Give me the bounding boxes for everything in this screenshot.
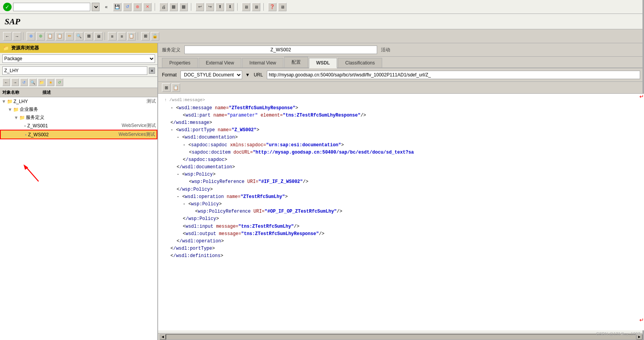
sap-logo: SAP bbox=[5, 17, 20, 27]
tree-item-zws002[interactable]: ▶ • Z_WS002 WebServices测试 bbox=[0, 130, 157, 139]
tree-label-zws001: Z_WS001 bbox=[27, 123, 122, 129]
tree-label-enterprise: 企业服务 bbox=[19, 106, 156, 113]
search-input[interactable] bbox=[2, 66, 147, 75]
tree-back-button[interactable]: ← bbox=[2, 78, 10, 86]
nav-forward-button[interactable]: → bbox=[13, 32, 21, 41]
system-button[interactable]: 🖥 bbox=[278, 3, 287, 11]
tree-item-servicedef[interactable]: ▼ 📁 服务定义 bbox=[0, 113, 157, 122]
xml-line-4: - <wsdl:portType name="Z_WS002"> bbox=[164, 127, 638, 134]
scroll-left-button[interactable]: ◄ bbox=[160, 334, 166, 340]
copy-url-button[interactable]: 📋 bbox=[172, 83, 180, 92]
action7-button[interactable]: ⊠ bbox=[84, 32, 93, 41]
library-icon: 📁 bbox=[3, 46, 9, 51]
tree-item-enterprise[interactable]: ▼ 📁 企业服务 bbox=[0, 105, 157, 113]
top-search-input[interactable] bbox=[13, 3, 90, 11]
tab-external-view[interactable]: External View bbox=[199, 58, 241, 68]
tree-search-button[interactable]: 🔍 bbox=[29, 78, 37, 86]
xml-line-2: <wsdl:part name="parameter" element="tns… bbox=[164, 112, 638, 119]
package-select[interactable]: Package bbox=[2, 54, 155, 63]
horizontal-scrollbar[interactable] bbox=[166, 334, 636, 340]
print-button[interactable]: 🖨 bbox=[159, 3, 168, 11]
refresh-button[interactable]: ↺ bbox=[123, 3, 131, 11]
action6-button[interactable]: 🔍 bbox=[75, 32, 83, 41]
back-button[interactable]: ↩ bbox=[196, 3, 204, 11]
content-toolbar: ⊞ 📋 bbox=[158, 82, 644, 94]
format-label: Format bbox=[162, 72, 177, 78]
save-button[interactable]: 💾 bbox=[113, 3, 121, 11]
xml-line-19: </wsdl:operation> bbox=[164, 238, 638, 245]
tab-config[interactable]: 配置 bbox=[284, 57, 308, 68]
service-status-label: 活动 bbox=[381, 47, 390, 53]
right-panel: 服务定义 活动 Properties External View Interna… bbox=[158, 43, 644, 340]
tree-label-zws002: Z_WS002 bbox=[28, 132, 119, 137]
forward-button[interactable]: ↪ bbox=[206, 3, 214, 11]
action2-button[interactable]: ⊕ bbox=[36, 32, 45, 41]
action1-button[interactable]: ⊕ bbox=[27, 32, 35, 41]
monitor1-button[interactable]: 🖥 bbox=[242, 3, 250, 11]
chart2-button[interactable]: ▦ bbox=[179, 3, 188, 11]
expand-icon-servicedef: ▼ bbox=[14, 115, 19, 120]
xml-line-11: <wsp:PolicyReference URI="#IF_IF_Z_WS002… bbox=[164, 178, 638, 186]
left-panel-title: 📁 资源库浏览器 bbox=[0, 43, 157, 53]
action11-button[interactable]: 📋 bbox=[127, 32, 136, 41]
close-button[interactable]: ✕ bbox=[143, 3, 152, 11]
action9-button[interactable]: ≡ bbox=[108, 32, 116, 41]
expand-all-button[interactable]: ⊞ bbox=[162, 83, 170, 92]
xml-line-8: </sapdoc:sapdoc> bbox=[164, 156, 638, 164]
xml-line-18: <wsdl:output message="tns:ZTestRfcSumLhy… bbox=[164, 230, 638, 238]
clear-button[interactable]: ✕ bbox=[149, 68, 155, 74]
corner-mark-bottom: ↵ bbox=[639, 317, 644, 323]
xml-line-10: - <wsp:Policy> bbox=[164, 171, 638, 178]
monitor2-button[interactable]: 🖥 bbox=[252, 3, 260, 11]
nav-back-button[interactable]: ← bbox=[3, 32, 12, 41]
top-toolbar: ✓ « 💾 ↺ ⊗ ✕ 🖨 ▦ ▦ ↩ ↪ ⬆ ⬇ 🖥 🖥 ❓ 🖥 bbox=[0, 0, 644, 14]
up-button[interactable]: ⬆ bbox=[216, 3, 224, 11]
service-name-field[interactable] bbox=[184, 46, 377, 54]
format-select[interactable]: DOC_STYLE Document bbox=[180, 71, 242, 79]
xml-line-7: <sapdoc:docitem docURL="http://mysap.goo… bbox=[164, 149, 638, 156]
format-dropdown-icon: ▼ bbox=[245, 72, 250, 78]
tab-properties[interactable]: Properties bbox=[162, 58, 198, 68]
tree-forward-button[interactable]: → bbox=[11, 78, 19, 86]
tree-refresh2-button[interactable]: ↺ bbox=[56, 78, 63, 86]
expand-icon-zlhy: ▼ bbox=[2, 99, 6, 104]
chart1-button[interactable]: ▦ bbox=[169, 3, 178, 11]
action3-button[interactable]: 📋 bbox=[46, 32, 54, 41]
action4-button[interactable]: 📋 bbox=[56, 32, 64, 41]
expand-icon-enterprise: ▼ bbox=[8, 107, 12, 112]
action10-button[interactable]: ≡ bbox=[118, 32, 126, 41]
watermark: CSDN @1314lay_1007 bbox=[596, 332, 640, 336]
help-button[interactable]: ❓ bbox=[268, 3, 276, 11]
col-name-label: 对象名称 bbox=[2, 90, 19, 95]
action8-button[interactable]: 🖥 bbox=[94, 32, 103, 41]
item-icon-zws001: • bbox=[24, 123, 26, 128]
xml-container: ↑ /wsdl:message> - <wsdl:message name="Z… bbox=[158, 94, 644, 330]
xml-line-12: </wsp:Policy> bbox=[164, 186, 638, 193]
folder-icon-enterprise: 📁 bbox=[13, 107, 19, 112]
stop-button[interactable]: ⊗ bbox=[133, 3, 142, 11]
tab-classifications[interactable]: Classifications bbox=[338, 58, 382, 68]
tree-folder-button[interactable]: 📁 bbox=[38, 78, 46, 86]
bottom-scrollbar[interactable]: ◄ ► bbox=[158, 333, 644, 340]
xml-line-13: - <wsdl:operation name="ZTestRfcSumLhy"> bbox=[164, 193, 638, 201]
url-field[interactable] bbox=[267, 71, 640, 79]
action5-button[interactable]: ✏ bbox=[65, 32, 74, 41]
xml-line-5: - <wsdl:documentation> bbox=[164, 134, 638, 141]
xml-line-21: </wsdl:definitions> bbox=[164, 252, 638, 260]
tree-refresh-button[interactable]: ↺ bbox=[20, 78, 28, 86]
main-layout: 📁 资源库浏览器 Package ✕ ← → ↺ 🔍 📁 ★ ↺ 对象名称 描述 bbox=[0, 43, 644, 340]
left-panel-title-label: 资源库浏览器 bbox=[11, 45, 39, 51]
tab-internal-view[interactable]: Internal View bbox=[242, 58, 283, 68]
xml-content[interactable]: ↑ /wsdl:message> - <wsdl:message name="Z… bbox=[158, 94, 644, 330]
tree-item-zws001[interactable]: ▶ • Z_WS001 WebService测试 bbox=[0, 122, 157, 130]
tabs-row: Properties External View Internal View 配… bbox=[158, 57, 644, 68]
down-button[interactable]: ⬇ bbox=[226, 3, 234, 11]
action13-button[interactable]: 🔒 bbox=[151, 32, 159, 41]
xml-scroll-indicator: ↑ /wsdl:message> bbox=[164, 97, 638, 105]
tab-wsdl[interactable]: WSDL bbox=[309, 58, 337, 68]
tree-bookmark-button[interactable]: ★ bbox=[47, 78, 54, 86]
tree-item-zlhy[interactable]: ▼ 📁 Z_LHY 测试 bbox=[0, 97, 157, 105]
action12-button[interactable]: ⊞ bbox=[141, 32, 150, 41]
format-row: Format DOC_STYLE Document ▼ URL bbox=[158, 68, 644, 82]
dropdown-arrow[interactable] bbox=[92, 3, 99, 11]
